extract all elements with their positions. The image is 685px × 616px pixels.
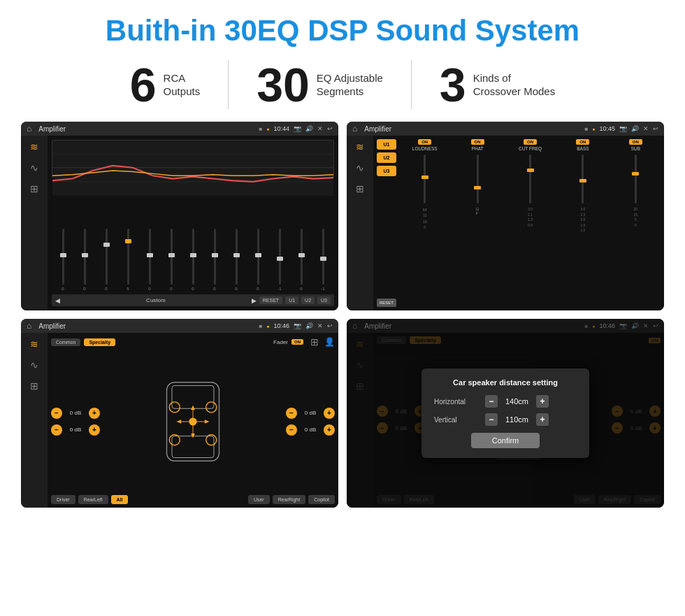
svg-rect-6 — [172, 436, 214, 457]
cutfreq-toggle[interactable]: ON — [524, 139, 537, 145]
sub-slider[interactable] — [635, 155, 637, 203]
user-btn[interactable]: User — [248, 495, 270, 504]
confirm-button[interactable]: Confirm — [471, 433, 540, 448]
fader-main: Common Specialty Fader ON ⊞ 👤 − — [48, 333, 338, 508]
eq-status-bar: ⌂ Amplifier ■ ● 10:44 📷 🔊 ✕ ↩ — [21, 122, 338, 136]
vol-row-1: − 0 dB + — [51, 408, 100, 419]
preset-u1-btn[interactable]: U1 — [377, 139, 396, 150]
fader-toggle[interactable]: ON — [291, 339, 303, 345]
stat-eq-number: 30 — [257, 61, 310, 108]
dialog-horizontal-row: Horizontal − 140cm + — [434, 395, 577, 408]
horizontal-plus-btn[interactable]: + — [536, 395, 549, 408]
fader-sidebar-icon-2[interactable]: ∿ — [30, 359, 38, 371]
eq-prev-btn[interactable]: ◀ — [55, 297, 60, 304]
vol-minus-1[interactable]: − — [51, 408, 62, 419]
dialog-horizontal-stepper: − 140cm + — [485, 395, 549, 408]
bass-range: 3.02.52.01.51.0 — [580, 207, 585, 234]
camera-icon-3: 📷 — [294, 322, 301, 329]
all-btn[interactable]: All — [111, 495, 129, 504]
eq-u2-btn[interactable]: U2 — [301, 296, 315, 304]
loudness-label: LOUDNESS — [412, 146, 438, 151]
sub-range: 201550 — [634, 207, 638, 228]
vol-row-3: − 0 dB + — [286, 408, 335, 419]
cutfreq-slider[interactable] — [529, 155, 531, 203]
crossover-controls: ON LOUDNESS 6432160 ON PHAT — [400, 139, 661, 307]
eq-slider-10: -1 — [270, 229, 289, 291]
tab-common[interactable]: Common — [51, 338, 80, 346]
distance-screen-card: ⌂ Amplifier ■ ● 10:46 📷 🔊 ✕ ↩ ≋ ∿ ⊞ — [347, 319, 664, 508]
eq-sidebar-icon-3[interactable]: ⊞ — [30, 183, 38, 194]
camera-icon-2: 📷 — [619, 125, 627, 132]
screenshots-grid: ⌂ Amplifier ■ ● 10:44 📷 🔊 ✕ ↩ ≋ ∿ ⊞ — [21, 122, 664, 508]
crossover-status-bar: ⌂ Amplifier ■ ● 10:45 📷 🔊 ✕ ↩ — [347, 122, 664, 136]
stat-eq: 30 EQ Adjustable Segments — [229, 61, 411, 108]
bass-toggle[interactable]: ON — [576, 139, 589, 145]
preset-u3-btn[interactable]: U3 — [377, 166, 396, 176]
svg-rect-5 — [172, 385, 214, 408]
stats-row: 6 RCA Outputs 30 EQ Adjustable Segments … — [21, 60, 664, 109]
fader-dot2: ● — [266, 324, 269, 329]
copilot-btn[interactable]: Copilot — [308, 495, 335, 504]
eq-slider-1: 0 — [75, 229, 94, 291]
vol-row-2: − 0 dB + — [51, 424, 100, 436]
stat-rca: 6 RCA Outputs — [102, 61, 228, 108]
tab-specialty[interactable]: Specialty — [84, 338, 115, 346]
vol-minus-2[interactable]: − — [51, 424, 62, 436]
eq-reset-btn[interactable]: RESET — [259, 296, 282, 304]
fader-sidebar-icon-3[interactable]: ⊞ — [30, 380, 38, 392]
crossover-reset-btn[interactable]: RESET — [377, 299, 396, 307]
fader-sidebar-icon-1[interactable]: ≋ — [30, 338, 38, 350]
eq-slider-0: 0 — [53, 229, 73, 291]
eq-u1-btn[interactable]: U1 — [285, 296, 298, 304]
horizontal-minus-btn[interactable]: − — [485, 395, 498, 408]
vertical-plus-btn[interactable]: + — [536, 413, 549, 426]
svg-point-8 — [206, 401, 217, 412]
sub-toggle[interactable]: ON — [629, 139, 642, 145]
crossover-main: U1 U2 U3 RESET ON LOUDNESS — [373, 136, 664, 310]
bass-label: BASS — [577, 146, 589, 151]
vol-val-1: 0 dB — [65, 410, 86, 416]
dialog-vertical-row: Vertical − 110cm + — [434, 413, 577, 426]
fader-bars-icon: ⊞ — [310, 336, 319, 348]
vol-plus-4[interactable]: + — [324, 424, 335, 436]
volume-icon-2: 🔊 — [631, 125, 639, 132]
eq-sliders: 0 0 0 5 — [52, 190, 334, 291]
phat-control: ON PHAT GF — [452, 139, 502, 307]
vertical-minus-btn[interactable]: − — [485, 413, 498, 426]
eq-next-btn[interactable]: ▶ — [252, 297, 257, 304]
eq-slider-5: 0 — [161, 229, 181, 291]
crossover-sidebar-icon-1[interactable]: ≋ — [356, 141, 364, 152]
vol-plus-2[interactable]: + — [89, 424, 100, 436]
preset-u2-btn[interactable]: U2 — [377, 152, 396, 163]
phat-toggle[interactable]: ON — [471, 139, 484, 145]
crossover-sidebar: ≋ ∿ ⊞ — [347, 136, 373, 310]
page: Buith-in 30EQ DSP Sound System 6 RCA Out… — [0, 0, 685, 616]
eq-content: ≋ ∿ ⊞ — [21, 136, 338, 310]
rear-right-btn[interactable]: RearRight — [273, 495, 306, 504]
vol-minus-3[interactable]: − — [286, 408, 297, 419]
vol-plus-1[interactable]: + — [89, 408, 100, 419]
eq-u3-btn[interactable]: U3 — [317, 296, 331, 304]
eq-sidebar-icon-2[interactable]: ∿ — [30, 162, 38, 173]
loudness-toggle[interactable]: ON — [418, 139, 431, 145]
rear-left-btn[interactable]: RearLeft — [78, 495, 108, 504]
crossover-time: 10:45 — [599, 125, 615, 132]
eq-graph — [52, 140, 334, 178]
crossover-sidebar-icon-3[interactable]: ⊞ — [356, 183, 364, 194]
eq-sidebar-icon-1[interactable]: ≋ — [30, 141, 38, 152]
vol-minus-4[interactable]: − — [286, 424, 297, 436]
distance-dialog: Car speaker distance setting Horizontal … — [421, 368, 589, 458]
fader-content: ≋ ∿ ⊞ Common Specialty Fader ON ⊞ 👤 — [21, 333, 338, 508]
close-icon-2: ✕ — [643, 125, 649, 132]
crossover-sidebar-icon-2[interactable]: ∿ — [356, 162, 364, 173]
loudness-slider[interactable] — [424, 155, 426, 203]
driver-btn[interactable]: Driver — [51, 495, 75, 504]
bass-slider[interactable] — [582, 155, 584, 203]
back-icon: ↩ — [327, 125, 333, 132]
phat-slider[interactable] — [477, 155, 479, 203]
vol-val-3: 0 dB — [300, 410, 321, 416]
eq-bottom-controls: ◀ Custom ▶ RESET U1 U2 U3 — [52, 294, 334, 306]
vol-plus-3[interactable]: + — [324, 408, 335, 419]
fader-bottom-buttons: Driver RearLeft All User RearRight Copil… — [51, 495, 335, 504]
vertical-value: 110cm — [501, 415, 533, 424]
